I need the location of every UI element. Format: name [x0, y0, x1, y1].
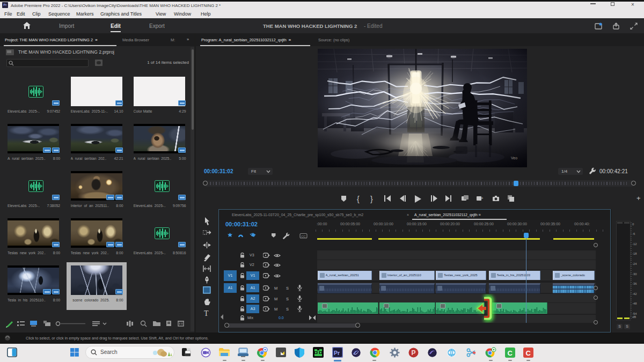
svg-text:C: C [508, 349, 513, 357]
svg-text:C: C [526, 349, 531, 357]
svg-text:Pr: Pr [334, 350, 340, 356]
svg-text:{: { [357, 195, 360, 203]
svg-text:CC: CC [301, 235, 306, 238]
svg-text:P: P [412, 349, 416, 357]
svg-text:Veo: Veo [511, 156, 517, 160]
svg-text:+: + [481, 196, 484, 201]
svg-text:T: T [204, 309, 209, 317]
svg-text:}: } [370, 195, 373, 203]
